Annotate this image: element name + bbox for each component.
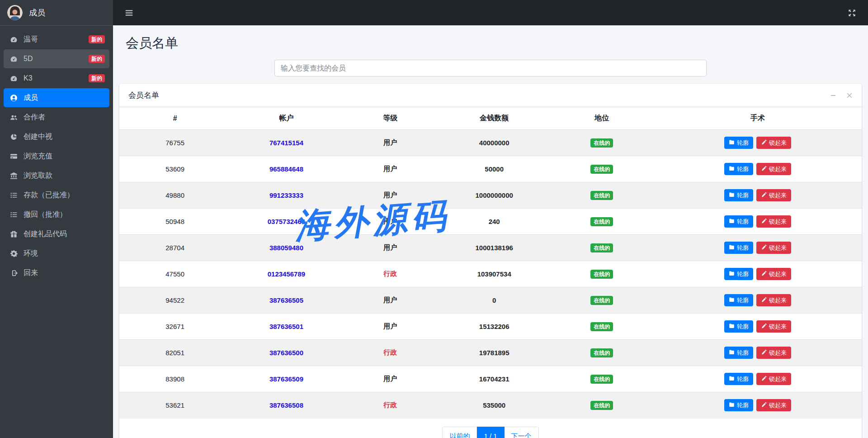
minimize-icon[interactable] xyxy=(830,92,836,99)
member-money: 240 xyxy=(489,218,500,225)
profile-button[interactable]: 轮廓 xyxy=(724,268,753,280)
profile-button[interactable]: 轮廓 xyxy=(724,347,753,359)
profile-button[interactable]: 轮廓 xyxy=(724,373,753,385)
sidebar-item[interactable]: 存款（已批准） xyxy=(4,186,109,205)
status-badge: 在线的 xyxy=(590,401,613,410)
member-money: 15132206 xyxy=(479,323,509,330)
fullscreen-expand-icon[interactable] xyxy=(848,9,856,17)
account-link[interactable]: 0123456789 xyxy=(268,270,305,278)
account-link[interactable]: 767415154 xyxy=(269,139,303,147)
status-badge: 在线的 xyxy=(590,243,613,252)
lock-button[interactable]: 锁起来 xyxy=(756,347,791,359)
sidebar-item-label: 成员 xyxy=(24,93,38,103)
pagination-current[interactable]: 1 / 1 xyxy=(477,427,504,438)
account-link[interactable]: 0375732466 xyxy=(268,218,305,225)
member-list-card: 会员名单 # 帐户 等级 金钱数额 xyxy=(119,84,862,438)
account-link[interactable]: 387636501 xyxy=(269,323,303,330)
list-icon xyxy=(8,211,19,219)
tachometer-icon xyxy=(8,36,19,43)
sidebar-item-label: 存款（已批准） xyxy=(24,190,74,200)
profile-button[interactable]: 轮廓 xyxy=(724,215,753,228)
user-avatar xyxy=(7,5,23,20)
sidebar-item[interactable]: K3 新的 xyxy=(4,69,109,88)
lock-button[interactable]: 锁起来 xyxy=(756,399,791,411)
card-title: 会员名单 xyxy=(128,90,159,100)
header-id: # xyxy=(119,107,231,130)
member-level: 用户 xyxy=(383,217,397,225)
account-link[interactable]: 991233333 xyxy=(269,191,303,199)
bank-icon xyxy=(8,172,19,180)
sidebar-item[interactable]: 创建中视 xyxy=(4,127,109,146)
status-badge: 在线的 xyxy=(590,348,613,357)
pagination-next[interactable]: 下一个 xyxy=(505,427,539,438)
account-link[interactable]: 387636508 xyxy=(269,401,303,409)
member-money: 1000000000 xyxy=(475,191,513,199)
lock-button[interactable]: 锁起来 xyxy=(756,373,791,385)
table-row: 83908 387636509 用户 16704231 在线的 轮廓 锁起来 xyxy=(119,366,862,392)
sidebar-item[interactable]: 环境 xyxy=(4,244,109,263)
account-link[interactable]: 387636505 xyxy=(269,296,303,304)
sidebar-item[interactable]: 回来 xyxy=(4,263,109,282)
profile-button[interactable]: 轮廓 xyxy=(724,137,753,149)
account-link[interactable]: 965884648 xyxy=(269,165,303,173)
profile-button[interactable]: 轮廓 xyxy=(724,399,753,411)
lock-button[interactable]: 锁起来 xyxy=(756,189,791,201)
profile-button[interactable]: 轮廓 xyxy=(724,294,753,306)
sidebar-item[interactable]: 撤回（批准） xyxy=(4,205,109,224)
table-row: 94522 387636505 用户 0 在线的 轮廓 锁起来 xyxy=(119,287,862,314)
folder-icon xyxy=(729,139,735,146)
page-title: 会员名单 xyxy=(126,34,863,52)
member-money: 19781895 xyxy=(479,349,509,357)
new-badge: 新的 xyxy=(89,35,105,43)
member-level: 用户 xyxy=(383,296,397,304)
member-money: 1000138196 xyxy=(475,244,513,252)
profile-button[interactable]: 轮廓 xyxy=(724,320,753,333)
lock-button[interactable]: 锁起来 xyxy=(756,294,791,306)
lock-button[interactable]: 锁起来 xyxy=(756,242,791,254)
table-header-row: # 帐户 等级 金钱数额 地位 手术 xyxy=(119,107,862,130)
pencil-icon xyxy=(761,376,767,382)
account-link[interactable]: 388059480 xyxy=(269,244,303,252)
table-row: 28704 388059480 用户 1000138196 在线的 轮廓 锁起来 xyxy=(119,235,862,261)
lock-button[interactable]: 锁起来 xyxy=(756,137,791,149)
card-header: 会员名单 xyxy=(119,84,862,107)
pencil-icon xyxy=(761,323,767,330)
sidebar-item-label: 创建礼品代码 xyxy=(24,229,67,239)
list-icon xyxy=(8,191,19,199)
pagination: 以前的 1 / 1 下一个 xyxy=(442,427,538,438)
pencil-icon xyxy=(761,402,767,409)
sidebar-menu: 温哥 新的 5D 新的 K3 新的 成员 合作者 创建中视 浏览充值 浏览取款 … xyxy=(0,26,113,438)
profile-button[interactable]: 轮廓 xyxy=(724,242,753,254)
lock-button[interactable]: 锁起来 xyxy=(756,163,791,175)
table-row: 82051 387636500 行政 19781895 在线的 轮廓 锁起来 xyxy=(119,340,862,366)
sidebar-item[interactable]: 浏览充值 xyxy=(4,147,109,166)
sidebar-item[interactable]: 合作者 xyxy=(4,108,109,127)
lock-button[interactable]: 锁起来 xyxy=(756,215,791,228)
profile-button[interactable]: 轮廓 xyxy=(724,163,753,175)
close-icon[interactable] xyxy=(846,92,853,99)
folder-icon xyxy=(729,218,735,225)
account-link[interactable]: 387636500 xyxy=(269,349,303,357)
gift-icon xyxy=(8,230,19,238)
sidebar-item[interactable]: 5D 新的 xyxy=(4,49,109,68)
sidebar-item[interactable]: 创建礼品代码 xyxy=(4,224,109,243)
account-link[interactable]: 387636509 xyxy=(269,375,303,383)
pencil-icon xyxy=(761,297,767,304)
sidebar-item[interactable]: 温哥 新的 xyxy=(4,30,109,49)
search-input[interactable] xyxy=(274,60,707,76)
header-status: 地位 xyxy=(550,107,654,130)
member-id: 94522 xyxy=(165,296,184,304)
pencil-icon xyxy=(761,349,767,356)
pencil-icon xyxy=(761,139,767,146)
pagination-prev[interactable]: 以前的 xyxy=(442,427,477,438)
sidebar-item[interactable]: 成员 xyxy=(4,88,109,107)
member-id: 83908 xyxy=(165,375,184,383)
table-row: 32671 387636501 用户 15132206 在线的 轮廓 锁起来 xyxy=(119,314,862,340)
lock-button[interactable]: 锁起来 xyxy=(756,320,791,333)
sidebar-item[interactable]: 浏览取款 xyxy=(4,166,109,185)
member-money: 50000 xyxy=(485,165,504,173)
lock-button[interactable]: 锁起来 xyxy=(756,268,791,280)
hamburger-menu-icon[interactable] xyxy=(125,9,133,17)
profile-button[interactable]: 轮廓 xyxy=(724,189,753,201)
member-id: 47550 xyxy=(165,270,184,278)
